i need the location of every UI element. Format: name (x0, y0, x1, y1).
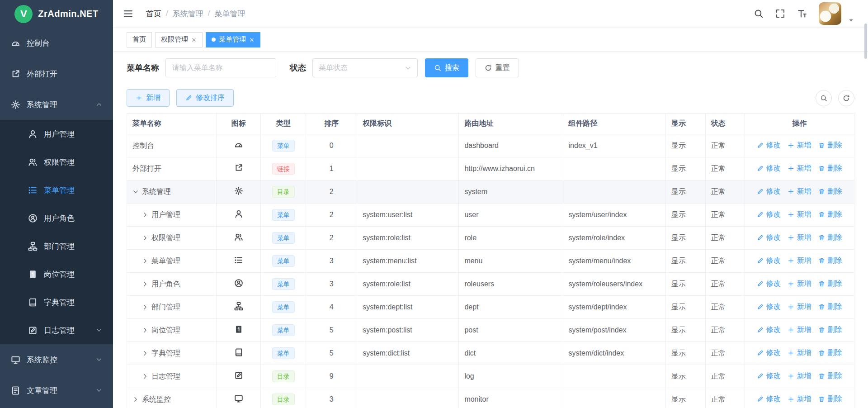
edit-button[interactable]: 修改 (757, 394, 780, 404)
status-label: 状态 (290, 62, 306, 73)
tab-close-icon[interactable] (249, 37, 255, 43)
sidebar-toggle-icon[interactable] (123, 9, 133, 19)
add-button[interactable]: 新增 (127, 89, 170, 107)
row-expand-icon[interactable] (142, 373, 148, 380)
sidebar-item[interactable]: 日志管理 (0, 316, 113, 344)
sidebar-item[interactable]: 系统管理 (0, 89, 113, 120)
add-button[interactable]: 新增 (788, 325, 811, 335)
search-icon[interactable] (754, 9, 764, 19)
avatar-caret-icon[interactable] (848, 17, 854, 24)
edit-icon (757, 257, 764, 264)
cell-menu-name: 字典管理 (127, 342, 217, 365)
delete-button[interactable]: 删除 (818, 394, 842, 404)
menu-name-wrap: 岗位管理 (132, 326, 211, 335)
edit-button[interactable]: 修改 (757, 256, 780, 266)
edit-button[interactable]: 修改 (757, 210, 780, 219)
row-expand-icon[interactable] (132, 396, 139, 403)
row-expand-icon[interactable] (142, 304, 148, 310)
delete-button[interactable]: 删除 (818, 210, 842, 219)
add-button[interactable]: 新增 (788, 394, 811, 404)
add-button[interactable]: 新增 (788, 233, 811, 242)
menu-name-text: 字典管理 (151, 349, 180, 358)
add-button[interactable]: 新增 (788, 141, 811, 150)
add-button[interactable]: 新增 (788, 302, 811, 312)
delete-button[interactable]: 删除 (818, 325, 842, 335)
search-toggle-button[interactable] (816, 90, 832, 106)
sidebar-item[interactable]: 外部打开 (0, 58, 113, 89)
edit-button[interactable]: 修改 (757, 141, 780, 150)
row-expand-icon[interactable] (142, 212, 148, 218)
delete-button[interactable]: 删除 (818, 348, 842, 358)
row-expand-icon[interactable] (142, 327, 148, 333)
add-button[interactable]: 新增 (788, 348, 811, 358)
delete-button[interactable]: 删除 (818, 187, 842, 196)
cell-sort: 3 (306, 250, 357, 273)
sidebar-item[interactable]: 用户管理 (0, 120, 113, 148)
scrollbar-thumb[interactable] (864, 24, 867, 59)
edit-button[interactable]: 修改 (757, 371, 780, 381)
cell-menu-icon (217, 296, 261, 319)
add-button[interactable]: 新增 (788, 371, 811, 381)
add-button[interactable]: 新增 (788, 187, 811, 196)
breadcrumb-item[interactable]: 系统管理 (173, 9, 203, 19)
fullscreen-icon[interactable] (775, 9, 785, 19)
delete-button[interactable]: 删除 (818, 164, 842, 173)
row-expand-icon[interactable] (142, 350, 148, 356)
op-label: 删除 (827, 256, 842, 266)
sidebar-item[interactable]: 部门管理 (0, 232, 113, 260)
edit-button[interactable]: 修改 (757, 279, 780, 289)
edit-icon (757, 142, 764, 149)
menu-status-select[interactable]: 菜单状态 (312, 58, 418, 77)
reset-button[interactable]: 重置 (476, 58, 519, 77)
sidebar-item[interactable]: 文章管理 (0, 375, 113, 406)
delete-button[interactable]: 删除 (818, 371, 842, 381)
edit-button[interactable]: 修改 (757, 164, 780, 173)
delete-button[interactable]: 删除 (818, 279, 842, 289)
tab-item[interactable]: 首页 (127, 32, 152, 47)
row-expand-icon[interactable] (142, 258, 148, 264)
add-button[interactable]: 新增 (788, 279, 811, 289)
sidebar-item[interactable]: 用户角色 (0, 204, 113, 232)
row-expand-icon[interactable] (142, 281, 148, 287)
edit-icon (757, 211, 764, 218)
plus-icon (788, 373, 794, 380)
table-row: 部门管理菜单4system:dept:listdeptsystem/dept/i… (127, 296, 854, 319)
delete-button[interactable]: 删除 (818, 141, 842, 150)
avatar[interactable] (819, 2, 841, 25)
sidebar-item[interactable]: 菜单管理 (0, 176, 113, 204)
row-expand-icon[interactable] (142, 235, 148, 241)
edit-button[interactable]: 修改 (757, 233, 780, 242)
sort-edit-button[interactable]: 修改排序 (176, 89, 234, 107)
menu-name-wrap: 外部打开 (132, 164, 211, 174)
add-button[interactable]: 新增 (788, 164, 811, 173)
menu-name-text: 用户角色 (151, 280, 180, 289)
edit-button[interactable]: 修改 (757, 302, 780, 312)
sidebar-item[interactable]: 系统监控 (0, 344, 113, 375)
menu-name-input[interactable] (165, 58, 276, 77)
search-button[interactable]: 搜索 (425, 58, 468, 77)
cell-route: roleusers (459, 273, 563, 296)
delete-button[interactable]: 删除 (818, 302, 842, 312)
sidebar-item[interactable]: 字典管理 (0, 288, 113, 316)
gear-icon (11, 100, 20, 109)
sidebar-item[interactable]: 控制台 (0, 28, 113, 58)
tab-close-icon[interactable] (191, 37, 197, 43)
row-expand-icon[interactable] (132, 189, 139, 195)
delete-button[interactable]: 删除 (818, 233, 842, 242)
tab-item[interactable]: 权限管理 (155, 32, 203, 47)
edit-button[interactable]: 修改 (757, 187, 780, 196)
edit-button[interactable]: 修改 (757, 348, 780, 358)
scrollbar[interactable] (863, 0, 868, 408)
sidebar-item[interactable]: 权限管理 (0, 148, 113, 176)
add-button[interactable]: 新增 (788, 210, 811, 219)
add-button[interactable]: 新增 (788, 256, 811, 266)
delete-button[interactable]: 删除 (818, 256, 842, 266)
tab-item[interactable]: 菜单管理 (206, 32, 260, 47)
refresh-button[interactable] (838, 90, 854, 106)
font-size-icon[interactable] (797, 9, 807, 19)
cell-visible: 显示 (665, 319, 705, 342)
logo[interactable]: V ZrAdmin.NET (0, 0, 113, 28)
breadcrumb-item[interactable]: 首页 (146, 9, 161, 19)
sidebar-item[interactable]: 岗位管理 (0, 260, 113, 288)
edit-button[interactable]: 修改 (757, 325, 780, 335)
